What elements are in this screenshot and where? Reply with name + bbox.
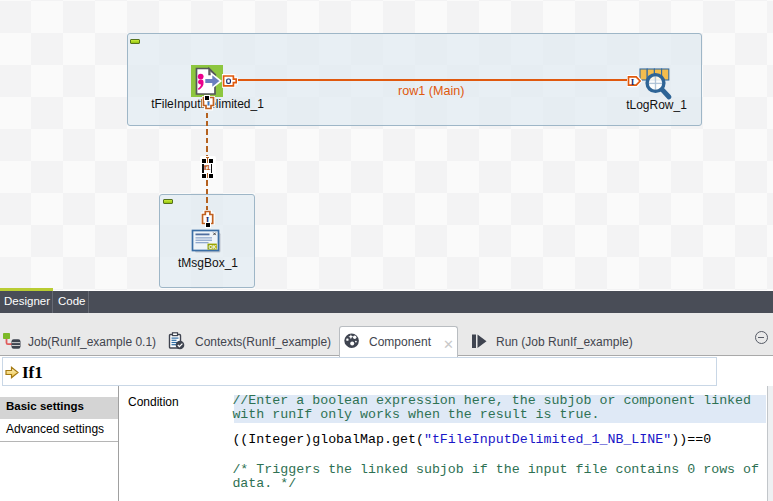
svg-text:OK: OK (209, 244, 217, 250)
svg-text:I: I (631, 76, 635, 86)
